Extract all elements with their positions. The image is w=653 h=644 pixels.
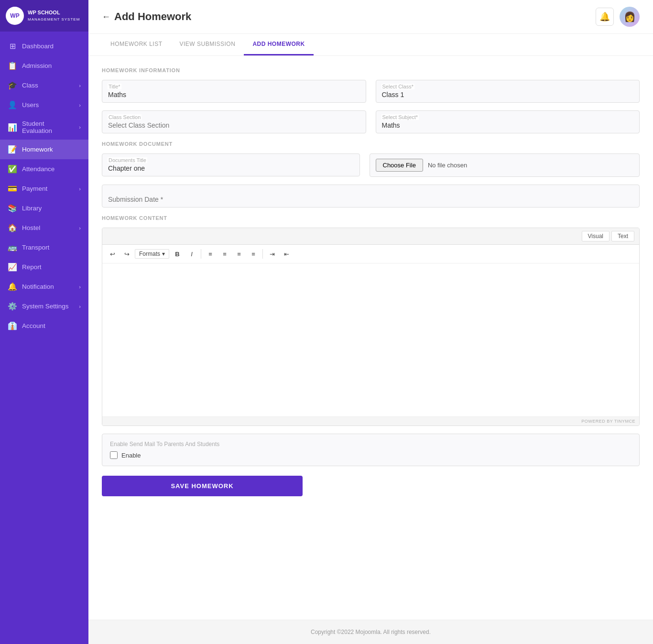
- sidebar-item-report[interactable]: 📈 Report: [0, 257, 88, 277]
- class-section-label: Class Section: [108, 114, 141, 120]
- doc-title-field-group: Documents Title: [102, 153, 360, 176]
- homework-icon: 📝: [8, 145, 17, 154]
- sidebar-item-library[interactable]: 📚 Library: [0, 198, 88, 218]
- homework-info-row1: Title* Select Class*: [102, 80, 640, 103]
- formats-dropdown[interactable]: Formats ▾: [135, 249, 169, 259]
- enable-mail-checkbox[interactable]: [110, 451, 118, 459]
- tab-add-homework[interactable]: ADD HOMEWORK: [244, 34, 313, 55]
- align-left-button[interactable]: ≡: [204, 248, 217, 260]
- sidebar-item-payment[interactable]: 💳 Payment ›: [0, 179, 88, 198]
- admission-icon: 📋: [8, 61, 17, 70]
- sidebar-label-dashboard: Dashboard: [22, 43, 81, 50]
- homework-doc-section-title: HOMEWORK DOCUMENT: [102, 141, 640, 147]
- toolbar-separator-2: [262, 249, 263, 259]
- sidebar-label-report: Report: [22, 263, 81, 271]
- title-field-group: Title*: [102, 80, 366, 103]
- choose-file-button[interactable]: Choose File: [376, 159, 423, 172]
- sidebar-item-system-settings[interactable]: ⚙️ System Settings ›: [0, 296, 88, 316]
- page-title-text: Add Homework: [114, 11, 191, 23]
- submission-date-input[interactable]: [102, 185, 640, 207]
- formats-label: Formats: [139, 251, 160, 257]
- tab-view-submission[interactable]: VIEW SUBMISSION: [171, 34, 244, 55]
- bold-button[interactable]: B: [171, 248, 184, 260]
- select-class-field-group: Select Class*: [376, 80, 640, 103]
- file-name-text: No file chosen: [428, 162, 467, 169]
- sidebar-label-hostel: Hostel: [22, 224, 74, 231]
- sidebar-item-account[interactable]: 👔 Account: [0, 316, 88, 336]
- sidebar-label-class: Class: [22, 82, 74, 89]
- sidebar-item-notification[interactable]: 🔔 Notification ›: [0, 277, 88, 296]
- visual-tab-button[interactable]: Visual: [582, 231, 609, 241]
- submission-date-field-group: [102, 185, 640, 207]
- sidebar-item-admission[interactable]: 📋 Admission: [0, 56, 88, 76]
- sidebar-label-users: Users: [22, 101, 74, 109]
- avatar-image: 👩: [624, 11, 636, 22]
- editor-body[interactable]: [102, 263, 639, 416]
- editor-section: Visual Text ↩ ↪ Formats ▾ B I ≡ ≡ ≡: [102, 228, 640, 426]
- enable-mail-checkbox-label[interactable]: Enable: [121, 452, 141, 459]
- class-section-field-group: Class Section: [102, 110, 366, 133]
- enable-mail-label: Enable Send Mail To Parents And Students: [110, 441, 631, 448]
- class-chevron-icon: ›: [79, 83, 81, 88]
- align-justify-button[interactable]: ≡: [247, 248, 260, 260]
- class-icon: 🎓: [8, 81, 17, 90]
- dashboard-icon: ⊞: [8, 42, 17, 51]
- doc-title-label: Documents Title: [108, 157, 147, 163]
- system-settings-chevron-icon: ›: [79, 304, 81, 309]
- outdent-button[interactable]: ⇤: [280, 248, 293, 260]
- page-footer: Copyright ©2022 Mojoomla. All rights res…: [88, 620, 653, 644]
- file-upload-area: Choose File No file chosen: [370, 153, 640, 177]
- avatar[interactable]: 👩: [620, 7, 640, 27]
- indent-button[interactable]: ⇥: [266, 248, 278, 260]
- sidebar-item-homework[interactable]: 📝 Homework: [0, 140, 88, 159]
- homework-info-row2: Class Section Select Subject*: [102, 110, 640, 133]
- sidebar-item-student-evaluation[interactable]: 📊 Student Evaluation ›: [0, 115, 88, 140]
- select-class-input[interactable]: [376, 80, 640, 103]
- sidebar-item-transport[interactable]: 🚌 Transport: [0, 238, 88, 257]
- editor-toolbar: ↩ ↪ Formats ▾ B I ≡ ≡ ≡ ≡ ⇥ ⇤: [102, 245, 639, 263]
- homework-info-section-title: HOMEWORK INFORMATION: [102, 67, 640, 73]
- undo-button[interactable]: ↩: [106, 248, 119, 260]
- sidebar-label-homework: Homework: [22, 146, 81, 153]
- title-input[interactable]: [102, 80, 366, 103]
- sidebar-label-library: Library: [22, 205, 81, 212]
- submission-date-row: [102, 185, 640, 207]
- account-icon: 👔: [8, 321, 17, 330]
- header: ← Add Homework 🔔 👩: [88, 0, 653, 34]
- title-label: Title*: [108, 84, 121, 89]
- attendance-icon: ✅: [8, 164, 17, 174]
- save-homework-button[interactable]: SAVE HOMEWORK: [102, 476, 303, 496]
- sidebar-label-student-evaluation: Student Evaluation: [22, 120, 74, 134]
- editor-topbar: Visual Text: [102, 228, 639, 245]
- notification-icon: 🔔: [8, 282, 17, 291]
- sidebar-label-transport: Transport: [22, 244, 81, 251]
- sidebar-item-users[interactable]: 👤 Users ›: [0, 95, 88, 115]
- logo-icon: WP: [6, 7, 24, 25]
- redo-button[interactable]: ↪: [120, 248, 133, 260]
- sidebar-item-dashboard[interactable]: ⊞ Dashboard: [0, 36, 88, 56]
- tab-homework-list[interactable]: HOMEWORK LIST: [102, 34, 171, 55]
- sidebar-label-system-settings: System Settings: [22, 303, 74, 310]
- sidebar-item-attendance[interactable]: ✅ Attendance: [0, 159, 88, 179]
- italic-button[interactable]: I: [185, 248, 198, 260]
- align-center-button[interactable]: ≡: [218, 248, 231, 260]
- sidebar-item-hostel[interactable]: 🏠 Hostel ›: [0, 218, 88, 238]
- hostel-icon: 🏠: [8, 223, 17, 232]
- footer-text: Copyright ©2022 Mojoomla. All rights res…: [311, 629, 431, 635]
- enable-mail-section: Enable Send Mail To Parents And Students…: [102, 434, 640, 466]
- select-subject-field-group: Select Subject*: [376, 110, 640, 133]
- toolbar-separator-1: [201, 249, 201, 259]
- main-content: ← Add Homework 🔔 👩 HOMEWORK LIST VIEW SU…: [88, 0, 653, 644]
- notification-button[interactable]: 🔔: [596, 8, 614, 26]
- page-title: ← Add Homework: [102, 11, 191, 23]
- text-tab-button[interactable]: Text: [611, 231, 634, 241]
- payment-icon: 💳: [8, 184, 17, 193]
- tabs-bar: HOMEWORK LIST VIEW SUBMISSION ADD HOMEWO…: [88, 34, 653, 56]
- users-chevron-icon: ›: [79, 102, 81, 108]
- editor-footer: POWERED BY TINYMCE: [102, 416, 639, 426]
- align-right-button[interactable]: ≡: [233, 248, 245, 260]
- sidebar-item-class[interactable]: 🎓 Class ›: [0, 76, 88, 95]
- payment-chevron-icon: ›: [79, 186, 81, 192]
- student-eval-chevron-icon: ›: [79, 124, 81, 130]
- back-arrow-icon[interactable]: ←: [102, 12, 110, 22]
